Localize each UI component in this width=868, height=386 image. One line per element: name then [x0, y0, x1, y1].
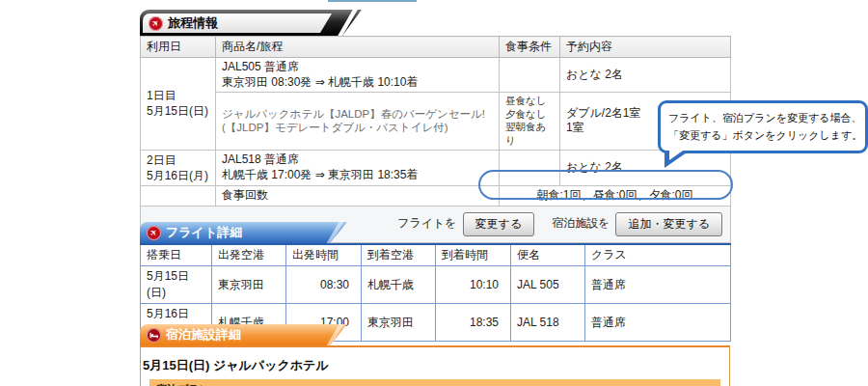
flight2-route: 札幌千歳 17:00発 ⇒ 東京羽田 18:35着: [222, 168, 493, 183]
col-departure-airport: 出発空港: [212, 244, 286, 266]
table-row-hotel: ジャルパックホテル【JALDP】春のバーゲンセール! (【JLDP】モデレートダ…: [141, 93, 731, 151]
col-meal: 食事条件: [500, 37, 560, 58]
flight-detail-header: ✈ フライト詳細: [140, 222, 347, 243]
flight-table-row-1: 5月15日(日) 東京羽田 08:30 札幌千歳 10:10 JAL 505 普…: [141, 266, 731, 304]
cell-class: 普通席: [585, 266, 731, 304]
airplane-icon: ✈: [147, 226, 161, 240]
cell-arrival-airport: 札幌千歳: [362, 266, 436, 304]
itinerary-table: 利用日 商品名/旅程 食事条件 予約内容 1日目 5月15日(日) JAL505…: [140, 36, 731, 243]
table-row-flight2: 2日目 5月16日(月) JAL518 普通席 札幌千歳 17:00発 ⇒ 東京…: [141, 150, 731, 185]
day2-cell: 2日目 5月16日(月): [141, 150, 216, 185]
meal-count-empty-cell: [141, 186, 216, 207]
flight1-reservation-cell: おとな 2名: [560, 58, 731, 93]
hotel-detail-header: 宿泊施設詳細: [140, 324, 347, 345]
tooltip-bubble: フライト、宿泊プランを変更する場合、 「変更する」ボタンをクリックします。: [658, 100, 868, 153]
cell-boarding-date: 5月15日(日): [141, 266, 212, 304]
top-edge-fragment: [328, 0, 417, 2]
page: ✈ 旅程情報 利用日 商品名/旅程 食事条件 予約内容 1日目 5月15日(日)…: [0, 0, 868, 386]
col-product: 商品名/旅程: [216, 37, 500, 58]
hotel-meal-cell: 昼食なし 夕食なし 翌朝食あり: [500, 93, 560, 151]
flight1-product-cell: JAL505 普通席 東京羽田 08:30発 ⇒ 札幌千歳 10:10着: [216, 58, 500, 93]
tooltip-tail-fill: [669, 149, 686, 160]
itinerary-section-title: 旅程情報: [168, 14, 218, 32]
hotel-meal-breakfast: 翌朝食あり: [505, 121, 554, 147]
col-class: クラス: [585, 244, 731, 266]
flight2-name: JAL518 普通席: [222, 152, 493, 168]
col-boarding-date: 搭乗日: [141, 244, 212, 266]
day1-cell: 1日目 5月15日(日): [141, 58, 216, 151]
day2-label: 2日目: [147, 152, 209, 168]
cell-departure-time: 08:30: [286, 266, 362, 304]
hotel-date-title: 5月15日(日) ジャルパックホテル: [141, 355, 729, 379]
flight1-meal-cell: [500, 58, 560, 93]
table-row-meal-count: 食事回数 朝食:1回、昼食:0回、夕食:0回: [141, 186, 731, 207]
hotel-meal-dinner: 夕食なし: [505, 108, 554, 122]
cell-flight-number: JAL 505: [511, 266, 585, 304]
flight2-meal-cell: [500, 150, 560, 185]
hotel-detail-box: 5月15日(日) ジャルパックホテル 宿泊プラン: [140, 345, 730, 386]
day1-label: 1日目: [147, 88, 209, 103]
jal-crane-logo-icon: ✈: [149, 16, 163, 31]
hotel-meal-lunch: 昼食なし: [505, 95, 554, 108]
hotel-detail-section: 宿泊施設詳細 5月15日(日) ジャルパックホテル 宿泊プラン: [140, 324, 730, 386]
hotel-room-type: (【JLDP】モデレートダブル・バストイレ付): [222, 121, 493, 135]
day2-date: 5月16日(月): [147, 168, 209, 183]
table-row-flight1: 1日目 5月15日(日) JAL505 普通席 東京羽田 08:30発 ⇒ 札幌…: [141, 58, 731, 93]
col-usage-date: 利用日: [141, 37, 216, 58]
col-arrival-airport: 到着空港: [362, 244, 436, 266]
itinerary-header-tab: ✈ 旅程情報: [143, 14, 332, 33]
hotel-detail-title: 宿泊施設詳細: [166, 326, 241, 344]
flight2-reservation-cell: おとな 2名: [560, 150, 731, 185]
day1-date: 5月15日(日): [147, 103, 209, 119]
hotel-plan-name: ジャルパックホテル【JALDP】春のバーゲンセール!: [222, 107, 493, 122]
bed-icon: [147, 328, 161, 343]
flight-table-header-row: 搭乗日 出発空港 出発時間 到着空港 到着時間 便名 クラス: [141, 244, 731, 266]
tooltip-line2: 「変更する」ボタンをクリックします。: [668, 127, 861, 145]
meal-count-value: 朝食:1回、昼食:0回、夕食:0回: [500, 186, 731, 207]
cell-arrival-time: 10:10: [436, 266, 511, 304]
cell-departure-airport: 東京羽田: [212, 266, 286, 304]
col-departure-time: 出発時間: [286, 244, 362, 266]
tooltip-line1: フライト、宿泊プランを変更する場合、: [668, 110, 861, 127]
flight1-name: JAL505 普通席: [222, 60, 493, 75]
itinerary-section-header: ✈ 旅程情報: [140, 10, 362, 36]
col-flight-number: 便名: [511, 244, 585, 266]
flight-detail-title: フライト詳細: [166, 224, 242, 241]
col-reservation: 予約内容: [560, 37, 731, 58]
col-arrival-time: 到着時間: [436, 244, 511, 266]
flight2-product-cell: JAL518 普通席 札幌千歳 17:00発 ⇒ 東京羽田 18:35着: [216, 150, 500, 185]
meal-count-label: 食事回数: [216, 186, 500, 207]
itinerary-header-row: 利用日 商品名/旅程 食事条件 予約内容: [141, 37, 731, 58]
itinerary-section: ✈ 旅程情報 利用日 商品名/旅程 食事条件 予約内容 1日目 5月15日(日)…: [140, 10, 730, 243]
hotel-plan-bar: 宿泊プラン: [149, 379, 720, 386]
flight1-route: 東京羽田 08:30発 ⇒ 札幌千歳 10:10着: [222, 75, 493, 91]
hotel-product-cell: ジャルパックホテル【JALDP】春のバーゲンセール! (【JLDP】モデレートダ…: [216, 93, 500, 151]
